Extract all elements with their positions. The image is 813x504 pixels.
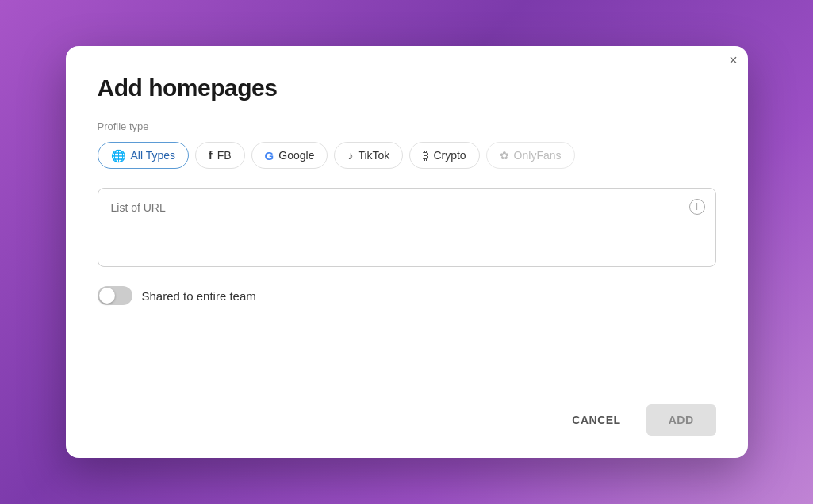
tab-onlyfans-label: OnlyFans <box>514 149 562 162</box>
tab-crypto[interactable]: ₿ Crypto <box>409 142 479 169</box>
info-icon[interactable]: i <box>689 199 705 215</box>
tiktok-icon: ♪ <box>347 150 353 161</box>
modal-header: Add homepages × <box>66 46 748 101</box>
tab-fb[interactable]: f FB <box>195 142 245 169</box>
tab-google-label: Google <box>278 149 314 162</box>
url-textarea[interactable] <box>98 188 716 267</box>
crypto-icon: ₿ <box>423 150 428 161</box>
cancel-button[interactable]: CANCEL <box>553 404 639 436</box>
tab-onlyfans: ✿ OnlyFans <box>486 142 575 169</box>
tab-tiktok-label: TikTok <box>358 149 389 162</box>
globe-icon: 🌐 <box>111 150 126 162</box>
profile-type-label: Profile type <box>98 120 716 132</box>
tab-all-types-label: All Types <box>131 149 176 162</box>
toggle-label: Shared to entire team <box>142 289 256 303</box>
tab-all-types[interactable]: 🌐 All Types <box>98 142 190 169</box>
shared-toggle[interactable] <box>98 286 132 305</box>
close-button[interactable]: × <box>719 46 748 74</box>
add-button[interactable]: ADD <box>646 404 716 436</box>
tab-fb-label: FB <box>217 149 232 162</box>
profile-tabs: 🌐 All Types f FB G Google ♪ TikTok ₿ <box>98 142 716 169</box>
tab-crypto-label: Crypto <box>433 149 466 162</box>
modal-footer: CANCEL ADD <box>66 391 748 458</box>
modal-body: Profile type 🌐 All Types f FB G Google ♪… <box>66 101 748 391</box>
modal-title: Add homepages <box>98 74 716 101</box>
tab-google[interactable]: G Google <box>251 142 328 169</box>
url-input-wrapper: i <box>98 188 716 270</box>
toggle-knob <box>99 288 115 304</box>
modal-dialog: Add homepages × Profile type 🌐 All Types… <box>66 46 748 458</box>
fb-icon: f <box>209 150 213 161</box>
modal-overlay: Add homepages × Profile type 🌐 All Types… <box>0 0 813 504</box>
tab-tiktok[interactable]: ♪ TikTok <box>334 142 403 169</box>
onlyfans-icon: ✿ <box>500 150 509 161</box>
google-icon: G <box>265 150 274 162</box>
toggle-row: Shared to entire team <box>98 286 716 305</box>
